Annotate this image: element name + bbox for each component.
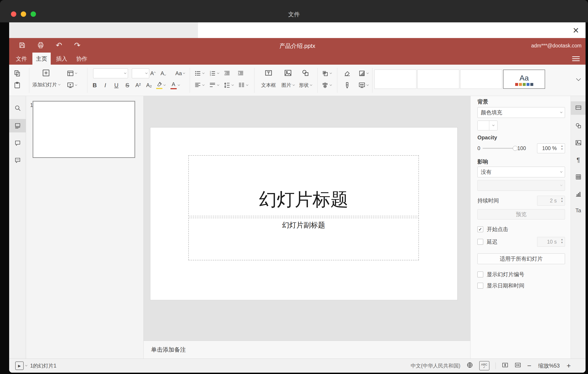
tab-insert[interactable]: 插入 <box>52 53 71 65</box>
opacity-slider[interactable] <box>483 148 515 149</box>
hamburger-menu-button[interactable] <box>572 55 580 62</box>
change-case-icon: Aa <box>175 70 182 77</box>
title-placeholder[interactable]: 幻灯片标题 <box>188 155 419 216</box>
fill-color-picker[interactable] <box>477 121 497 130</box>
add-slide-button[interactable] <box>41 67 51 78</box>
show-datetime-checkbox[interactable] <box>477 283 483 288</box>
opacity-slider-knob[interactable] <box>513 146 518 151</box>
insert-image-button[interactable] <box>283 67 293 78</box>
duration-spinner[interactable]: 2 s ▲ ▼ <box>537 196 565 206</box>
language-selector[interactable]: 中文(中华人民共和国) <box>411 362 460 369</box>
spinner-down-icon[interactable]: ▼ <box>561 200 563 203</box>
theme-thumbnail[interactable] <box>460 70 502 89</box>
vertical-align-button[interactable] <box>208 80 220 90</box>
start-on-click-checkbox[interactable]: ✓ <box>477 226 483 232</box>
table-settings-button[interactable] <box>571 170 586 184</box>
decrease-font-button[interactable]: A <box>158 68 168 78</box>
notes-area[interactable]: 单击添加备注 <box>144 341 470 359</box>
numbering-button[interactable]: 123 <box>208 68 220 78</box>
paste-button[interactable] <box>12 80 22 90</box>
chart-settings-button[interactable] <box>571 187 586 201</box>
transition-select[interactable]: 没有 <box>477 167 565 177</box>
slide-thumbnail-1[interactable] <box>33 101 135 158</box>
horizontal-align-button[interactable] <box>193 80 205 90</box>
close-icon[interactable]: × <box>573 22 579 38</box>
underline-button[interactable]: U <box>112 80 121 90</box>
bold-button[interactable]: B <box>90 80 100 90</box>
italic-button[interactable]: I <box>100 80 110 90</box>
background-fill-select[interactable]: 颜色填充 <box>477 107 565 118</box>
arrange-shape-button[interactable] <box>320 68 333 78</box>
superscript-button[interactable]: A² <box>133 80 143 90</box>
insert-textbox-button[interactable] <box>263 67 274 78</box>
copy-button[interactable] <box>12 68 22 78</box>
spinner-up-icon[interactable]: ▲ <box>561 145 563 147</box>
delay-row: 延迟 10 s ▲ ▼ <box>477 237 565 247</box>
slide-size-button[interactable] <box>356 80 370 90</box>
spellcheck-toggle[interactable]: ABC ✓ <box>479 361 490 370</box>
toolbar-divider <box>372 68 372 93</box>
chat-button[interactable] <box>9 154 26 167</box>
two-tone-square-icon <box>358 70 366 77</box>
font-size-select[interactable] <box>132 68 149 78</box>
bullets-button[interactable] <box>193 68 205 78</box>
toolbar-divider <box>87 68 87 93</box>
tab-file[interactable]: 文件 <box>12 53 31 65</box>
fit-slide-button[interactable] <box>502 362 508 370</box>
change-case-button[interactable]: Aa <box>172 68 188 78</box>
strikethrough-button[interactable]: S <box>122 80 132 90</box>
zoom-in-button[interactable]: + <box>567 362 571 369</box>
search-button[interactable] <box>9 101 26 115</box>
start-slideshow-button[interactable] <box>64 80 79 90</box>
theme-thumbnail[interactable] <box>417 70 459 89</box>
comments-button[interactable] <box>9 136 26 150</box>
start-slideshow-statusbar-button[interactable]: ▶ <box>15 362 27 370</box>
increase-font-button[interactable]: A <box>148 68 158 78</box>
paragraph-settings-button[interactable]: ¶ <box>571 153 586 167</box>
spinner-up-icon[interactable]: ▲ <box>561 238 563 241</box>
add-slide-menu-button[interactable]: 添加幻灯片 <box>31 81 62 88</box>
spinner-down-icon[interactable]: ▼ <box>561 241 563 244</box>
subscript-button[interactable]: A₂ <box>144 80 154 90</box>
delay-spinner[interactable]: 10 s ▲ ▼ <box>537 237 565 247</box>
theme-thumbnail[interactable] <box>374 70 416 89</box>
font-name-select[interactable] <box>93 68 128 78</box>
preview-button[interactable]: 预览 <box>477 209 565 220</box>
document-language-button[interactable] <box>466 362 473 370</box>
show-slide-number-checkbox[interactable] <box>477 272 483 277</box>
slide-layout-button[interactable] <box>64 68 79 78</box>
theme-thumbnail-selected[interactable]: Aa <box>503 70 545 89</box>
spinner-up-icon[interactable]: ▲ <box>561 197 563 199</box>
chevron-down-icon <box>310 83 312 86</box>
tab-home[interactable]: 主页 <box>32 53 51 65</box>
align-shape-button[interactable] <box>320 80 333 90</box>
textart-settings-button[interactable]: Ta <box>571 204 586 217</box>
slides-panel-button[interactable] <box>9 119 26 132</box>
line-spacing-button[interactable] <box>222 80 235 90</box>
insert-shape-button[interactable] <box>300 67 311 78</box>
increase-indent-button[interactable] <box>236 68 245 78</box>
shape-settings-button[interactable] <box>571 119 586 132</box>
copy-style-button[interactable] <box>342 80 352 90</box>
insert-shape-menu-button[interactable]: 形状 <box>294 82 316 89</box>
columns-button[interactable] <box>237 80 249 90</box>
clear-style-button[interactable] <box>342 68 352 78</box>
font-color-button[interactable]: A <box>168 80 182 90</box>
slide-editor[interactable]: 幻灯片标题 幻灯片副标题 <box>150 128 457 300</box>
apply-all-button[interactable]: 适用于所有幻灯片 <box>477 253 565 264</box>
opacity-spinner[interactable]: 100 % ▲ ▼ <box>537 143 565 153</box>
highlight-color-button[interactable] <box>154 80 167 90</box>
more-themes-button[interactable] <box>573 74 584 85</box>
tab-collaboration[interactable]: 协作 <box>73 53 91 65</box>
delay-checkbox[interactable] <box>477 239 483 245</box>
spinner-down-icon[interactable]: ▼ <box>561 148 563 150</box>
color-scheme-button[interactable] <box>356 68 370 78</box>
transition-type-select[interactable] <box>477 180 565 191</box>
insert-textbox-label-button[interactable]: 文本框 <box>257 82 280 89</box>
fit-width-button[interactable] <box>514 362 521 370</box>
decrease-indent-button[interactable] <box>222 68 232 78</box>
subtitle-placeholder[interactable]: 幻灯片副标题 <box>188 218 419 260</box>
image-settings-button[interactable] <box>571 136 586 149</box>
zoom-out-button[interactable]: − <box>527 362 532 369</box>
slide-settings-button[interactable] <box>571 101 586 115</box>
